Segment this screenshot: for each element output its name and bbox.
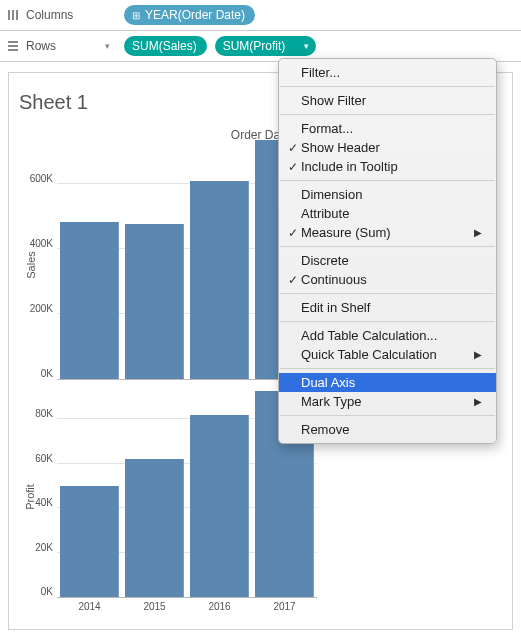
menu-separator — [280, 86, 495, 87]
bar[interactable] — [60, 486, 118, 597]
columns-shelf[interactable]: Columns ⊞ YEAR(Order Date) — [0, 0, 521, 31]
columns-label-text: Columns — [26, 8, 73, 22]
menu-separator — [280, 180, 495, 181]
menu-dimension[interactable]: Dimension — [279, 185, 496, 204]
pill-label: YEAR(Order Date) — [145, 8, 245, 22]
pill-sum-profit[interactable]: SUM(Profit) ▼ — [215, 36, 317, 56]
xtick: 2015 — [122, 601, 187, 612]
pill-year-order-date[interactable]: ⊞ YEAR(Order Date) — [124, 5, 255, 25]
pill-context-menu: Filter... Show Filter Format... ✓Show He… — [278, 58, 497, 444]
menu-include-tooltip[interactable]: ✓Include in Tooltip — [279, 157, 496, 176]
x-axis: 2014 2015 2016 2017 — [57, 601, 317, 612]
bar[interactable] — [125, 459, 183, 597]
ytick: 400K — [19, 237, 53, 248]
menu-separator — [280, 246, 495, 247]
menu-discrete[interactable]: Discrete — [279, 251, 496, 270]
bar[interactable] — [60, 222, 118, 379]
menu-separator — [280, 293, 495, 294]
caret-down-icon: ▼ — [302, 42, 310, 51]
ytick: 600K — [19, 172, 53, 183]
menu-show-filter[interactable]: Show Filter — [279, 91, 496, 110]
ytick: 60K — [19, 452, 53, 463]
submenu-arrow-icon: ▶ — [474, 227, 482, 238]
ytick: 0K — [19, 586, 53, 597]
svg-rect-2 — [16, 10, 18, 20]
svg-rect-5 — [8, 49, 18, 51]
submenu-arrow-icon: ▶ — [474, 396, 482, 407]
xtick: 2016 — [187, 601, 252, 612]
sheet-title[interactable]: Sheet 1 — [19, 91, 88, 114]
ytick: 40K — [19, 497, 53, 508]
pill-sum-sales[interactable]: SUM(Sales) — [124, 36, 207, 56]
rows-icon — [6, 39, 20, 53]
menu-separator — [280, 114, 495, 115]
columns-shelf-label: Columns — [6, 8, 116, 22]
ytick: 0K — [19, 368, 53, 379]
submenu-arrow-icon: ▶ — [474, 349, 482, 360]
rows-label-text: Rows — [26, 39, 56, 53]
chevron-down-icon[interactable]: ▾ — [105, 41, 110, 51]
ytick: 200K — [19, 302, 53, 313]
menu-edit-in-shelf[interactable]: Edit in Shelf — [279, 298, 496, 317]
check-icon: ✓ — [285, 160, 301, 174]
xtick: 2014 — [57, 601, 122, 612]
menu-separator — [280, 321, 495, 322]
date-plus-icon: ⊞ — [132, 10, 140, 21]
bar[interactable] — [125, 224, 183, 379]
ytick: 20K — [19, 541, 53, 552]
columns-icon — [6, 8, 20, 22]
menu-quick-table-calc[interactable]: Quick Table Calculation▶ — [279, 345, 496, 364]
pill-label: SUM(Sales) — [132, 39, 197, 53]
menu-add-table-calc[interactable]: Add Table Calculation... — [279, 326, 496, 345]
menu-attribute[interactable]: Attribute — [279, 204, 496, 223]
menu-mark-type[interactable]: Mark Type▶ — [279, 392, 496, 411]
menu-measure[interactable]: ✓Measure (Sum)▶ — [279, 223, 496, 242]
menu-show-header[interactable]: ✓Show Header — [279, 138, 496, 157]
ytick: 80K — [19, 408, 53, 419]
check-icon: ✓ — [285, 226, 301, 240]
menu-format[interactable]: Format... — [279, 119, 496, 138]
check-icon: ✓ — [285, 273, 301, 287]
menu-dual-axis[interactable]: Dual Axis — [279, 373, 496, 392]
menu-separator — [280, 368, 495, 369]
svg-rect-4 — [8, 45, 18, 47]
menu-remove[interactable]: Remove — [279, 420, 496, 439]
xtick: 2017 — [252, 601, 317, 612]
pill-label: SUM(Profit) — [223, 39, 286, 53]
bar[interactable] — [190, 415, 248, 597]
svg-rect-0 — [8, 10, 10, 20]
check-icon: ✓ — [285, 141, 301, 155]
svg-rect-3 — [8, 41, 18, 43]
bar[interactable] — [190, 181, 248, 379]
rows-shelf-label: Rows ▾ — [6, 39, 116, 53]
y-axis-label-sales: Sales — [25, 251, 37, 279]
menu-continuous[interactable]: ✓Continuous — [279, 270, 496, 289]
menu-filter[interactable]: Filter... — [279, 63, 496, 82]
menu-separator — [280, 415, 495, 416]
svg-rect-1 — [12, 10, 14, 20]
